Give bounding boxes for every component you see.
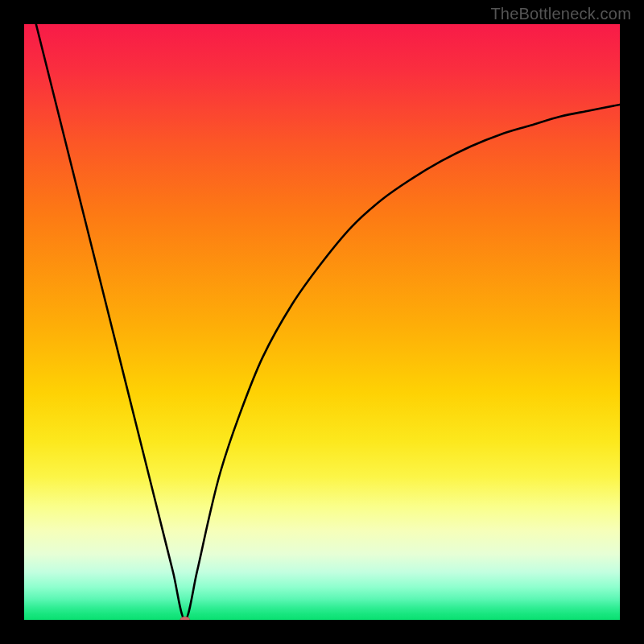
chart-frame: TheBottleneck.com	[0, 0, 644, 644]
plot-area	[24, 24, 620, 620]
bottleneck-curve	[36, 24, 620, 620]
watermark-text: TheBottleneck.com	[490, 5, 631, 23]
curve-svg	[24, 24, 620, 620]
minimum-marker	[180, 617, 190, 620]
